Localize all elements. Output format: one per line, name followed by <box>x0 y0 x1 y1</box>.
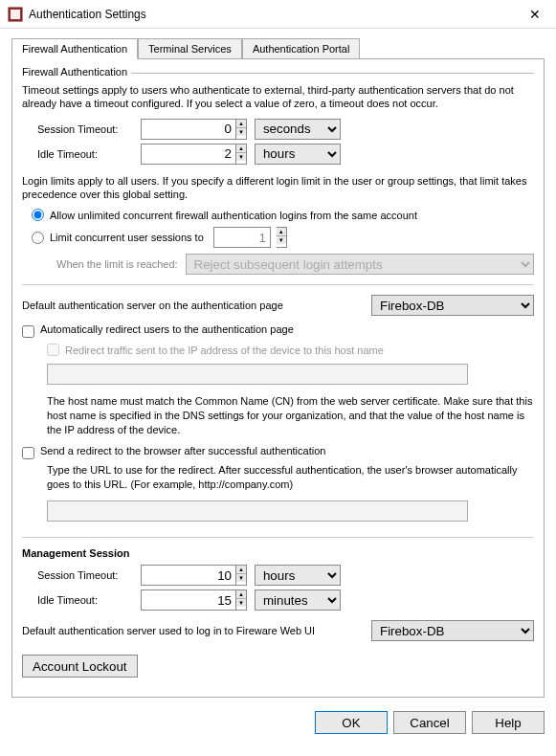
mgmt-session-timeout-unit[interactable]: hours <box>255 565 341 586</box>
session-timeout-input[interactable] <box>141 119 236 140</box>
tab-panel-firewall: Firewall Authentication Timeout settings… <box>11 58 545 698</box>
default-auth-server-label: Default authentication server on the aut… <box>22 300 283 311</box>
login-limits-description: Login limits apply to all users. If you … <box>22 174 534 202</box>
limit-sessions-spinner[interactable]: ▲▼ <box>277 227 287 248</box>
hostname-help-text: The host name must match the Common Name… <box>47 394 534 437</box>
tab-authentication-portal[interactable]: Authentication Portal <box>242 38 361 59</box>
fieldset-firewall-auth: Firewall Authentication Timeout settings… <box>22 73 534 538</box>
redirect-hostname-input <box>47 364 468 385</box>
radio-limit-sessions[interactable] <box>32 232 44 244</box>
auto-redirect-label: Automatically redirect users to the auth… <box>40 323 294 335</box>
send-redirect-help: Type the URL to use for the redirect. Af… <box>47 463 534 492</box>
help-button[interactable]: Help <box>472 711 545 734</box>
webui-auth-server-label: Default authentication server used to lo… <box>22 625 315 636</box>
redirect-url-input <box>47 500 468 522</box>
radio-unlimited-logins[interactable] <box>32 209 44 221</box>
window-title: Authentication Settings <box>29 8 522 21</box>
redirect-hostname-checkbox <box>47 344 59 356</box>
session-timeout-label: Session Timeout: <box>22 123 141 135</box>
cancel-button[interactable]: Cancel <box>393 711 466 734</box>
legend-management-session: Management Session <box>22 547 534 559</box>
limit-sessions-input[interactable] <box>213 227 271 248</box>
webui-auth-server-select[interactable]: Firebox-DB <box>371 620 534 641</box>
idle-timeout-label: Idle Timeout: <box>22 148 141 160</box>
fieldset-management-session: Management Session Session Timeout: ▲▼ h… <box>22 547 534 679</box>
redirect-hostname-label: Redirect traffic sent to the IP address … <box>65 345 384 356</box>
session-timeout-spinner[interactable]: ▲▼ <box>236 119 247 140</box>
limit-reached-select: Reject subsequent login attempts <box>186 254 534 275</box>
auto-redirect-checkbox[interactable] <box>22 325 34 338</box>
tab-terminal-services[interactable]: Terminal Services <box>138 38 242 59</box>
titlebar: Authentication Settings ✕ <box>0 0 556 29</box>
send-redirect-label: Send a redirect to the browser after suc… <box>40 445 325 456</box>
legend-firewall-auth: Firewall Authentication <box>22 66 131 78</box>
mgmt-idle-timeout-input[interactable] <box>141 589 236 611</box>
idle-timeout-unit[interactable]: hours <box>255 144 341 165</box>
mgmt-idle-timeout-label: Idle Timeout: <box>22 594 141 606</box>
mgmt-session-timeout-spinner[interactable]: ▲▼ <box>236 565 247 586</box>
idle-timeout-spinner[interactable]: ▲▼ <box>236 144 247 165</box>
mgmt-session-timeout-label: Session Timeout: <box>22 569 141 581</box>
account-lockout-button[interactable]: Account Lockout <box>22 655 138 678</box>
timeout-description: Timeout settings apply to users who auth… <box>22 83 534 111</box>
tab-firewall-authentication[interactable]: Firewall Authentication <box>11 38 138 59</box>
tabs: Firewall Authentication Terminal Service… <box>11 38 545 59</box>
close-icon[interactable]: ✕ <box>522 3 548 26</box>
svg-rect-1 <box>11 10 20 19</box>
idle-timeout-input[interactable] <box>141 144 236 165</box>
send-redirect-checkbox[interactable] <box>22 447 34 459</box>
radio-unlimited-label: Allow unlimited concurrent firewall auth… <box>50 210 417 221</box>
app-icon <box>8 7 23 22</box>
session-timeout-unit[interactable]: seconds <box>255 119 341 140</box>
mgmt-session-timeout-input[interactable] <box>141 565 236 586</box>
mgmt-idle-timeout-unit[interactable]: minutes <box>255 589 341 611</box>
radio-limit-label: Limit concurrent user sessions to <box>50 232 204 243</box>
dialog-button-row: OK Cancel Help <box>0 703 556 742</box>
default-auth-server-select[interactable]: Firebox-DB <box>371 295 534 316</box>
limit-reached-label: When the limit is reached: <box>56 258 178 270</box>
ok-button[interactable]: OK <box>315 711 388 734</box>
mgmt-idle-timeout-spinner[interactable]: ▲▼ <box>236 589 247 611</box>
